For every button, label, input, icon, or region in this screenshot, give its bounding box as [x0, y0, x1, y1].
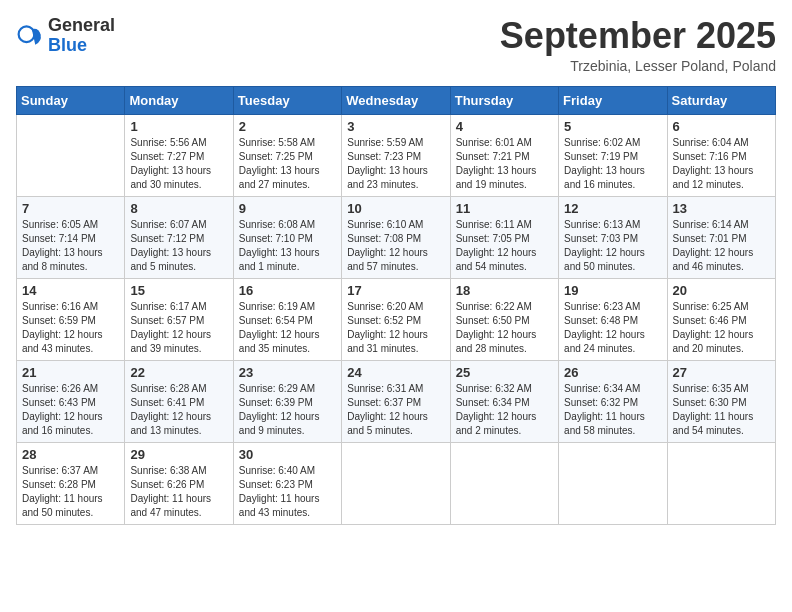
- calendar-week-row: 28Sunrise: 6:37 AM Sunset: 6:28 PM Dayli…: [17, 442, 776, 524]
- calendar-cell: [17, 114, 125, 196]
- calendar-header-monday: Monday: [125, 86, 233, 114]
- day-info: Sunrise: 6:22 AM Sunset: 6:50 PM Dayligh…: [456, 300, 553, 356]
- day-info: Sunrise: 6:29 AM Sunset: 6:39 PM Dayligh…: [239, 382, 336, 438]
- calendar-cell: [667, 442, 775, 524]
- calendar-header-row: SundayMondayTuesdayWednesdayThursdayFrid…: [17, 86, 776, 114]
- calendar-cell: 27Sunrise: 6:35 AM Sunset: 6:30 PM Dayli…: [667, 360, 775, 442]
- day-info: Sunrise: 6:25 AM Sunset: 6:46 PM Dayligh…: [673, 300, 770, 356]
- title-block: September 2025 Trzebinia, Lesser Poland,…: [500, 16, 776, 74]
- day-info: Sunrise: 6:02 AM Sunset: 7:19 PM Dayligh…: [564, 136, 661, 192]
- calendar-cell: 6Sunrise: 6:04 AM Sunset: 7:16 PM Daylig…: [667, 114, 775, 196]
- calendar-cell: 16Sunrise: 6:19 AM Sunset: 6:54 PM Dayli…: [233, 278, 341, 360]
- calendar-cell: [342, 442, 450, 524]
- day-info: Sunrise: 6:17 AM Sunset: 6:57 PM Dayligh…: [130, 300, 227, 356]
- day-info: Sunrise: 6:11 AM Sunset: 7:05 PM Dayligh…: [456, 218, 553, 274]
- day-number: 2: [239, 119, 336, 134]
- day-info: Sunrise: 6:04 AM Sunset: 7:16 PM Dayligh…: [673, 136, 770, 192]
- calendar-cell: 22Sunrise: 6:28 AM Sunset: 6:41 PM Dayli…: [125, 360, 233, 442]
- day-info: Sunrise: 6:14 AM Sunset: 7:01 PM Dayligh…: [673, 218, 770, 274]
- day-info: Sunrise: 6:28 AM Sunset: 6:41 PM Dayligh…: [130, 382, 227, 438]
- calendar-header-wednesday: Wednesday: [342, 86, 450, 114]
- calendar-cell: 30Sunrise: 6:40 AM Sunset: 6:23 PM Dayli…: [233, 442, 341, 524]
- calendar-cell: 19Sunrise: 6:23 AM Sunset: 6:48 PM Dayli…: [559, 278, 667, 360]
- day-number: 18: [456, 283, 553, 298]
- month-title: September 2025: [500, 16, 776, 56]
- day-number: 11: [456, 201, 553, 216]
- calendar-cell: 2Sunrise: 5:58 AM Sunset: 7:25 PM Daylig…: [233, 114, 341, 196]
- calendar-cell: 18Sunrise: 6:22 AM Sunset: 6:50 PM Dayli…: [450, 278, 558, 360]
- calendar-cell: 5Sunrise: 6:02 AM Sunset: 7:19 PM Daylig…: [559, 114, 667, 196]
- logo-icon: [16, 22, 44, 50]
- calendar-cell: 20Sunrise: 6:25 AM Sunset: 6:46 PM Dayli…: [667, 278, 775, 360]
- calendar-header-saturday: Saturday: [667, 86, 775, 114]
- calendar-cell: 13Sunrise: 6:14 AM Sunset: 7:01 PM Dayli…: [667, 196, 775, 278]
- calendar-cell: 15Sunrise: 6:17 AM Sunset: 6:57 PM Dayli…: [125, 278, 233, 360]
- day-number: 26: [564, 365, 661, 380]
- calendar-cell: 4Sunrise: 6:01 AM Sunset: 7:21 PM Daylig…: [450, 114, 558, 196]
- day-number: 28: [22, 447, 119, 462]
- day-number: 7: [22, 201, 119, 216]
- day-number: 5: [564, 119, 661, 134]
- day-number: 20: [673, 283, 770, 298]
- day-number: 1: [130, 119, 227, 134]
- calendar-week-row: 21Sunrise: 6:26 AM Sunset: 6:43 PM Dayli…: [17, 360, 776, 442]
- day-info: Sunrise: 6:01 AM Sunset: 7:21 PM Dayligh…: [456, 136, 553, 192]
- day-number: 27: [673, 365, 770, 380]
- day-info: Sunrise: 6:13 AM Sunset: 7:03 PM Dayligh…: [564, 218, 661, 274]
- day-info: Sunrise: 6:05 AM Sunset: 7:14 PM Dayligh…: [22, 218, 119, 274]
- calendar-cell: 25Sunrise: 6:32 AM Sunset: 6:34 PM Dayli…: [450, 360, 558, 442]
- calendar-cell: [450, 442, 558, 524]
- calendar-cell: 17Sunrise: 6:20 AM Sunset: 6:52 PM Dayli…: [342, 278, 450, 360]
- calendar-table: SundayMondayTuesdayWednesdayThursdayFrid…: [16, 86, 776, 525]
- calendar-week-row: 1Sunrise: 5:56 AM Sunset: 7:27 PM Daylig…: [17, 114, 776, 196]
- day-number: 14: [22, 283, 119, 298]
- day-info: Sunrise: 6:38 AM Sunset: 6:26 PM Dayligh…: [130, 464, 227, 520]
- day-info: Sunrise: 6:40 AM Sunset: 6:23 PM Dayligh…: [239, 464, 336, 520]
- page-header: General Blue September 2025 Trzebinia, L…: [16, 16, 776, 74]
- calendar-week-row: 7Sunrise: 6:05 AM Sunset: 7:14 PM Daylig…: [17, 196, 776, 278]
- day-number: 9: [239, 201, 336, 216]
- day-info: Sunrise: 6:32 AM Sunset: 6:34 PM Dayligh…: [456, 382, 553, 438]
- calendar-week-row: 14Sunrise: 6:16 AM Sunset: 6:59 PM Dayli…: [17, 278, 776, 360]
- calendar-cell: 10Sunrise: 6:10 AM Sunset: 7:08 PM Dayli…: [342, 196, 450, 278]
- day-number: 19: [564, 283, 661, 298]
- calendar-header-tuesday: Tuesday: [233, 86, 341, 114]
- logo-text: General Blue: [48, 16, 115, 56]
- day-info: Sunrise: 6:26 AM Sunset: 6:43 PM Dayligh…: [22, 382, 119, 438]
- calendar-header-friday: Friday: [559, 86, 667, 114]
- calendar-cell: 1Sunrise: 5:56 AM Sunset: 7:27 PM Daylig…: [125, 114, 233, 196]
- day-number: 30: [239, 447, 336, 462]
- day-number: 17: [347, 283, 444, 298]
- calendar-cell: 9Sunrise: 6:08 AM Sunset: 7:10 PM Daylig…: [233, 196, 341, 278]
- day-info: Sunrise: 6:07 AM Sunset: 7:12 PM Dayligh…: [130, 218, 227, 274]
- day-info: Sunrise: 6:35 AM Sunset: 6:30 PM Dayligh…: [673, 382, 770, 438]
- day-number: 24: [347, 365, 444, 380]
- calendar-cell: 14Sunrise: 6:16 AM Sunset: 6:59 PM Dayli…: [17, 278, 125, 360]
- day-number: 10: [347, 201, 444, 216]
- calendar-cell: 7Sunrise: 6:05 AM Sunset: 7:14 PM Daylig…: [17, 196, 125, 278]
- calendar-cell: 24Sunrise: 6:31 AM Sunset: 6:37 PM Dayli…: [342, 360, 450, 442]
- calendar-cell: 3Sunrise: 5:59 AM Sunset: 7:23 PM Daylig…: [342, 114, 450, 196]
- day-number: 8: [130, 201, 227, 216]
- calendar-cell: 21Sunrise: 6:26 AM Sunset: 6:43 PM Dayli…: [17, 360, 125, 442]
- day-number: 29: [130, 447, 227, 462]
- day-info: Sunrise: 6:23 AM Sunset: 6:48 PM Dayligh…: [564, 300, 661, 356]
- day-number: 21: [22, 365, 119, 380]
- day-number: 6: [673, 119, 770, 134]
- day-info: Sunrise: 6:34 AM Sunset: 6:32 PM Dayligh…: [564, 382, 661, 438]
- day-info: Sunrise: 5:58 AM Sunset: 7:25 PM Dayligh…: [239, 136, 336, 192]
- calendar-cell: 26Sunrise: 6:34 AM Sunset: 6:32 PM Dayli…: [559, 360, 667, 442]
- day-number: 12: [564, 201, 661, 216]
- day-info: Sunrise: 6:20 AM Sunset: 6:52 PM Dayligh…: [347, 300, 444, 356]
- day-info: Sunrise: 6:10 AM Sunset: 7:08 PM Dayligh…: [347, 218, 444, 274]
- day-number: 4: [456, 119, 553, 134]
- calendar-cell: 29Sunrise: 6:38 AM Sunset: 6:26 PM Dayli…: [125, 442, 233, 524]
- calendar-header-sunday: Sunday: [17, 86, 125, 114]
- day-number: 16: [239, 283, 336, 298]
- day-info: Sunrise: 5:59 AM Sunset: 7:23 PM Dayligh…: [347, 136, 444, 192]
- calendar-header-thursday: Thursday: [450, 86, 558, 114]
- day-number: 15: [130, 283, 227, 298]
- day-info: Sunrise: 5:56 AM Sunset: 7:27 PM Dayligh…: [130, 136, 227, 192]
- calendar-cell: 12Sunrise: 6:13 AM Sunset: 7:03 PM Dayli…: [559, 196, 667, 278]
- svg-point-0: [19, 26, 35, 42]
